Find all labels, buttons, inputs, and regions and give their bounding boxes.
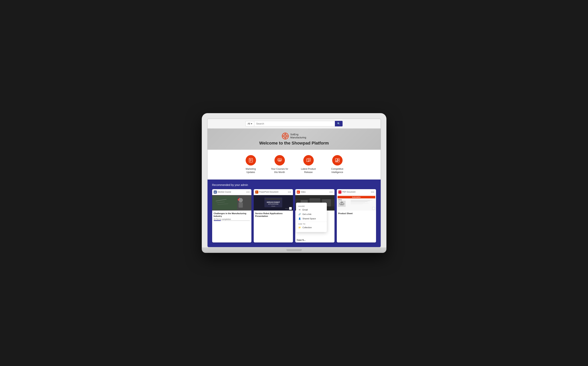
- svg-rect-37: [265, 198, 281, 199]
- svg-rect-25: [338, 160, 339, 162]
- recommended-title: Recommended by your admin: [212, 183, 376, 186]
- quick-link-marketing-updates[interactable]: Marketing Updates: [242, 155, 259, 174]
- ppt-icon-symbol: P: [256, 191, 257, 193]
- pdf-right-col: [351, 199, 375, 209]
- latest-product-label: Latest Product Release: [300, 168, 317, 174]
- svg-rect-52: [341, 204, 343, 205]
- card-1-progress-label: 1h 5m to completion: [214, 218, 250, 220]
- card-2-title: Service Robot Applications Presentation: [255, 212, 291, 218]
- card-3-more-button[interactable]: •••: [330, 191, 333, 194]
- pdf-robot-placeholder: [338, 201, 346, 207]
- card-1-title: Challenges in the Manufacturing Industry: [214, 212, 250, 218]
- pdf-logo-text: SolEng: [338, 199, 350, 200]
- pdf-line-2: [351, 201, 370, 201]
- pdf-line-1: [351, 200, 372, 200]
- chevron-down-icon: ▾: [251, 122, 252, 125]
- card-4-body: Product Sheet: [337, 211, 376, 216]
- your-courses-icon: [274, 155, 285, 166]
- search-filter-dropdown[interactable]: All ▾: [245, 121, 254, 126]
- laptop-screen: All ▾ 🔍: [207, 119, 381, 247]
- svg-text:SolEng: SolEng: [285, 208, 288, 209]
- elective-course-icon: ▦: [214, 191, 217, 194]
- pdf-line-5: [351, 203, 369, 203]
- logo-text: SolEng Manufacturing: [290, 133, 306, 139]
- quick-link-latest-product[interactable]: Latest Product Release: [300, 155, 317, 174]
- laptop-base: [202, 247, 386, 253]
- logo-sub: Manufacturing: [290, 136, 306, 139]
- context-menu-share-section: SHARE ✉ Email 🔗 Get a link 👤: [296, 204, 327, 222]
- get-link-label: Get a link: [302, 213, 311, 215]
- card-video: ▶ Video •••: [295, 189, 334, 243]
- card-4-type-label: PDF Document: [342, 191, 355, 193]
- context-menu-add-label: ADD TO: [296, 223, 327, 225]
- card-2-more-button[interactable]: •••: [288, 191, 291, 194]
- logo-name: SolEng: [290, 133, 306, 136]
- link-icon: 🔗: [298, 213, 301, 215]
- svg-point-31: [238, 199, 239, 200]
- ppt-icon: P: [255, 191, 258, 194]
- context-menu: SHARE ✉ Email 🔗 Get a link 👤: [296, 203, 327, 232]
- search-bar: All ▾ 🔍: [208, 119, 381, 129]
- card-2-body: Service Robot Applications Presentation: [254, 211, 293, 219]
- collection-icon: 📁: [298, 226, 301, 229]
- card-4-checkbox[interactable]: [372, 207, 375, 210]
- svg-point-2: [285, 136, 286, 137]
- competitive-intel-label: Competitive Intelligence: [329, 168, 346, 174]
- product-icon-svg: [306, 158, 311, 163]
- search-input[interactable]: [254, 121, 335, 126]
- marketing-icon-svg: [248, 158, 253, 163]
- shared-space-label: Shared Space: [302, 217, 316, 220]
- card-4-header: PDF PDF Document •••: [337, 189, 376, 195]
- context-menu-shared-space[interactable]: 👤 Shared Space: [296, 216, 327, 221]
- pdf-icon: PDF: [338, 191, 341, 194]
- hero-logo: SolEng Manufacturing: [282, 133, 306, 139]
- hero-title: Welcome to the Showpad Platform: [259, 141, 329, 146]
- svg-rect-28: [212, 196, 237, 210]
- card-pdf: PDF PDF Document ••• Automation SolEng: [337, 189, 376, 243]
- elective-icon-symbol: ▦: [214, 191, 216, 193]
- svg-point-51: [342, 203, 343, 204]
- laptop-frame: All ▾ 🔍: [202, 113, 386, 253]
- context-menu-email[interactable]: ✉ Email: [296, 208, 327, 212]
- context-menu-share-label: SHARE: [296, 205, 327, 208]
- search-icon: 🔍: [337, 122, 340, 125]
- marketing-updates-label: Marketing Updates: [242, 168, 259, 174]
- marketing-updates-icon: [246, 155, 256, 166]
- quick-link-your-courses[interactable]: Your Courses for this Month: [271, 155, 288, 174]
- search-button[interactable]: 🔍: [335, 121, 343, 126]
- soleng-logo-icon: [282, 133, 289, 139]
- card-4-more-button[interactable]: •••: [371, 191, 375, 194]
- search-input-wrap: [254, 121, 335, 126]
- svg-rect-49: [341, 201, 342, 202]
- svg-point-50: [340, 203, 341, 204]
- pdf-line-3: [351, 201, 368, 202]
- shared-space-icon: 👤: [298, 217, 301, 220]
- laptop-notch: [286, 249, 302, 251]
- card-1-body: Challenges in the Manufacturing Industry…: [212, 211, 251, 222]
- video-icon-symbol: ▶: [298, 191, 299, 193]
- courses-icon-svg: [277, 158, 282, 163]
- filter-label: All: [248, 122, 250, 125]
- email-label: Email: [302, 209, 308, 211]
- card-3-title: Case S...: [297, 239, 333, 241]
- card-1-image: [212, 195, 251, 211]
- card-1-header: ▦ Elective Course •••: [212, 189, 251, 195]
- svg-rect-23: [335, 159, 337, 161]
- context-menu-get-link[interactable]: 🔗 Get a link: [296, 212, 327, 216]
- card-3-type: ▶ Video: [297, 191, 306, 194]
- card-2-checkbox[interactable]: [289, 207, 292, 210]
- pdf-content-area: SolEng: [338, 198, 375, 210]
- svg-rect-24: [338, 159, 339, 160]
- pdf-left-col: SolEng: [338, 199, 350, 209]
- quick-link-competitive-intel[interactable]: Competitive Intelligence: [329, 155, 346, 174]
- card-3-header: ▶ Video •••: [295, 189, 334, 195]
- card-1-type-label: Elective Course: [218, 191, 231, 193]
- card-1-progress-bar-fill: [214, 220, 221, 221]
- collection-label: Collection: [302, 226, 312, 229]
- card-1-more-button[interactable]: •••: [246, 191, 250, 194]
- context-menu-add-section: ADD TO 📁 Collection: [296, 222, 327, 230]
- context-menu-collection[interactable]: 📁 Collection: [296, 225, 327, 230]
- quick-links-section: Marketing Updates Your Courses for this …: [208, 150, 381, 180]
- card-2-svg: SERVICE ROBOT APPLICATIONS - Ebook - Sol…: [254, 195, 293, 211]
- card-1-svg: [212, 195, 251, 211]
